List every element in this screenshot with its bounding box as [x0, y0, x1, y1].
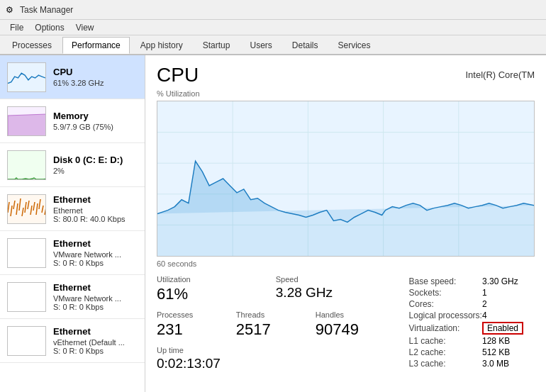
- cores-value: 2: [482, 299, 523, 309]
- eth2-sidebar-subtitle2: S: 0 R: 0 Kbps: [53, 259, 138, 267]
- virtualization-value: Enabled: [482, 322, 523, 335]
- eth1-mini-graph-svg: [8, 195, 46, 224]
- eth1-sidebar-info: Ethernet Ethernet S: 80.0 R: 40.0 Kbps: [53, 194, 138, 223]
- eth3-sidebar-subtitle2: S: 0 R: 0 Kbps: [53, 303, 138, 311]
- menu-view[interactable]: View: [70, 21, 100, 34]
- tab-services[interactable]: Services: [329, 37, 380, 54]
- utilization-label: Utilization: [157, 275, 276, 284]
- uptime-value: 0:02:13:07: [157, 356, 395, 371]
- basespeed-value: 3.30 GHz: [482, 276, 523, 286]
- disk-mini-graph-svg: [8, 151, 46, 180]
- sockets-value: 1: [482, 288, 523, 298]
- disk-sidebar-info: Disk 0 (C: E: D:) 2%: [53, 155, 138, 175]
- eth2-sidebar-subtitle1: VMware Network ...: [53, 250, 138, 259]
- cpu-sidebar-info: CPU 61% 3.28 GHz: [53, 67, 138, 87]
- tab-details[interactable]: Details: [283, 37, 328, 54]
- processes-value: 231: [157, 320, 236, 339]
- speed-label: Speed: [276, 275, 395, 284]
- cpu-model: Intel(R) Core(TM: [465, 69, 535, 80]
- cpu-panel-title: CPU: [157, 64, 199, 86]
- stats-row2: Processes 231 Threads 2517 Handles 90749: [157, 310, 395, 339]
- logical-label: Logical processors:: [409, 310, 482, 320]
- eth4-mini-graph-container: [7, 326, 46, 356]
- tab-users[interactable]: Users: [240, 37, 281, 54]
- logical-value: 4: [482, 310, 523, 320]
- cpu-sidebar-title: CPU: [53, 67, 138, 77]
- l1cache-label: L1 cache:: [409, 336, 482, 346]
- app-icon: ⚙: [6, 5, 16, 15]
- l3cache-label: L3 cache:: [409, 359, 482, 369]
- chart-label: % Utilization: [157, 89, 535, 98]
- svg-marker-2: [8, 114, 46, 136]
- l2cache-label: L2 cache:: [409, 347, 482, 357]
- eth1-sidebar-subtitle2: S: 80.0 R: 40.0 Kbps: [53, 215, 138, 223]
- svg-rect-3: [8, 151, 46, 180]
- sidebar-item-ethernet3[interactable]: Ethernet VMware Network ... S: 0 R: 0 Kb…: [0, 275, 145, 319]
- tab-app-history[interactable]: App history: [131, 37, 192, 54]
- memory-sidebar-title: Memory: [53, 111, 138, 121]
- eth3-sidebar-info: Ethernet VMware Network ... S: 0 R: 0 Kb…: [53, 282, 138, 311]
- virtualization-highlight: Enabled: [482, 322, 523, 335]
- eth4-sidebar-title: Ethernet: [53, 326, 138, 337]
- spec-row-l3cache: L3 cache: 3.0 MB: [409, 359, 523, 369]
- virtualization-label: Virtualization:: [409, 322, 482, 335]
- processes-block: Processes 231: [157, 310, 236, 339]
- eth4-sidebar-subtitle2: S: 0 R: 0 Kbps: [53, 347, 138, 355]
- chart-time-label: 60 seconds: [157, 259, 535, 268]
- main-content: CPU 61% 3.28 GHz Memory 5.9/7.9 GB (75%): [0, 55, 546, 392]
- tab-processes[interactable]: Processes: [3, 37, 61, 54]
- memory-sidebar-info: Memory 5.9/7.9 GB (75%): [53, 111, 138, 131]
- uptime-block: Up time 0:02:13:07: [157, 346, 395, 371]
- l2cache-value: 512 KB: [482, 347, 523, 357]
- eth2-mini-graph-container: [7, 238, 46, 268]
- utilization-block: Utilization 61%: [157, 275, 276, 303]
- utilization-value: 61%: [157, 285, 276, 303]
- eth2-sidebar-title: Ethernet: [53, 238, 138, 249]
- spec-row-sockets: Sockets: 1: [409, 288, 523, 298]
- eth1-sidebar-title: Ethernet: [53, 194, 138, 205]
- left-stats: Utilization 61% Speed 3.28 GHz Processes…: [157, 275, 395, 371]
- eth1-mini-graph-container: [7, 194, 46, 224]
- sidebar-item-ethernet4[interactable]: Ethernet vEthernet (Default ... S: 0 R: …: [0, 319, 145, 363]
- menu-options[interactable]: Options: [29, 21, 69, 34]
- speed-value: 3.28 GHz: [276, 285, 395, 301]
- eth3-sidebar-title: Ethernet: [53, 282, 138, 293]
- tab-startup[interactable]: Startup: [194, 37, 240, 54]
- spec-row-virtualization: Virtualization: Enabled: [409, 322, 523, 335]
- sidebar-item-cpu[interactable]: CPU 61% 3.28 GHz: [0, 55, 145, 99]
- menu-bar: File Options View: [0, 20, 546, 35]
- sidebar-item-disk[interactable]: Disk 0 (C: E: D:) 2%: [0, 143, 145, 187]
- eth3-mini-graph-container: [7, 282, 46, 312]
- sidebar-item-ethernet2[interactable]: Ethernet VMware Network ... S: 0 R: 0 Kb…: [0, 231, 145, 275]
- cpu-chart: [157, 101, 535, 257]
- menu-file[interactable]: File: [4, 21, 29, 34]
- bottom-section: Utilization 61% Speed 3.28 GHz Processes…: [157, 275, 535, 371]
- disk-mini-graph-container: [7, 150, 46, 180]
- cores-label: Cores:: [409, 299, 482, 309]
- spec-row-cores: Cores: 2: [409, 299, 523, 309]
- threads-value: 2517: [236, 320, 316, 339]
- right-panel: CPU Intel(R) Core(TM % Utilization: [145, 55, 546, 392]
- l3cache-value: 3.0 MB: [482, 359, 523, 369]
- disk-sidebar-subtitle: 2%: [53, 167, 138, 175]
- specs-table: Base speed: 3.30 GHz Sockets: 1 Cores: 2…: [409, 275, 535, 370]
- eth1-sidebar-subtitle1: Ethernet: [53, 206, 138, 215]
- eth4-sidebar-subtitle1: vEthernet (Default ...: [53, 338, 138, 347]
- memory-mini-graph-container: [7, 106, 46, 136]
- sidebar-item-ethernet1[interactable]: Ethernet Ethernet S: 80.0 R: 40.0 Kbps: [0, 187, 145, 231]
- cpu-mini-graph-svg: [8, 63, 45, 91]
- memory-sidebar-subtitle: 5.9/7.9 GB (75%): [53, 123, 138, 131]
- right-specs: Base speed: 3.30 GHz Sockets: 1 Cores: 2…: [409, 275, 535, 370]
- disk-sidebar-title: Disk 0 (C: E: D:): [53, 155, 138, 165]
- cpu-mini-graph-container: [7, 62, 46, 92]
- tab-performance[interactable]: Performance: [62, 37, 130, 54]
- cpu-sidebar-subtitle: 61% 3.28 GHz: [53, 79, 138, 87]
- l1cache-value: 128 KB: [482, 336, 523, 346]
- uptime-label: Up time: [157, 346, 395, 354]
- handles-label: Handles: [316, 310, 395, 319]
- cpu-chart-svg: [157, 101, 534, 256]
- threads-block: Threads 2517: [236, 310, 316, 339]
- cpu-header: CPU Intel(R) Core(TM: [157, 64, 535, 86]
- spec-row-l2cache: L2 cache: 512 KB: [409, 347, 523, 357]
- sidebar-item-memory[interactable]: Memory 5.9/7.9 GB (75%): [0, 99, 145, 143]
